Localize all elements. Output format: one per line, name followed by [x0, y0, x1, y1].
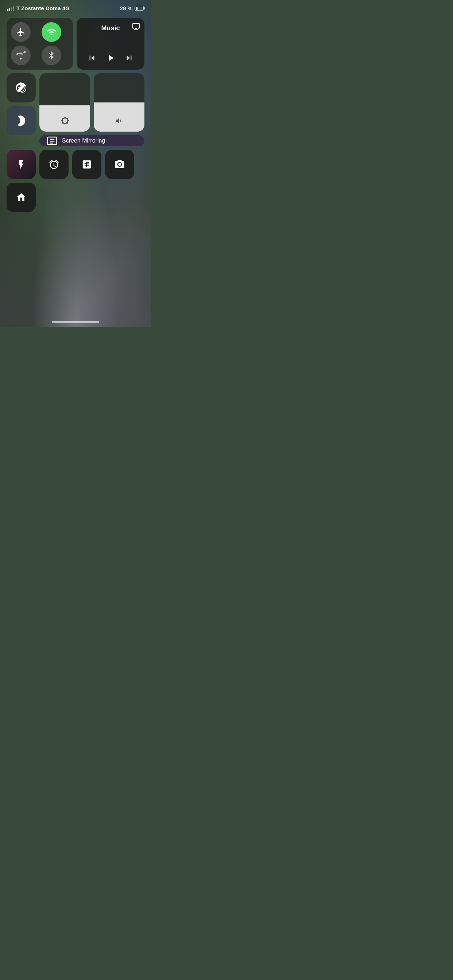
status-left: T Zostante Doma 4G [7, 5, 70, 11]
play-icon [105, 53, 116, 63]
brightness-slider[interactable] [39, 73, 90, 132]
timer-button[interactable] [39, 150, 69, 179]
timer-icon [48, 159, 59, 170]
homekit-icon [16, 192, 27, 203]
homekit-button[interactable] [6, 183, 36, 212]
airplane-mode-button[interactable] [11, 22, 30, 42]
right-sliders-section: Screen Mirroring [39, 73, 144, 146]
music-controls [82, 53, 139, 65]
moon-icon [15, 115, 27, 127]
camera-button[interactable] [105, 150, 134, 179]
no-wifi-button[interactable] [11, 46, 30, 65]
volume-icon [115, 116, 124, 125]
carrier-name: T Zostante Doma 4G [16, 5, 70, 11]
rotate-lock-button[interactable] [6, 73, 36, 102]
brightness-icon-container [61, 116, 69, 127]
music-panel: Music [77, 18, 144, 70]
airplane-icon [16, 27, 26, 37]
wifi-button[interactable] [41, 22, 61, 42]
screen-mirroring-button[interactable]: Screen Mirroring [39, 135, 144, 146]
home-bar [52, 321, 99, 323]
next-track-button[interactable] [124, 53, 134, 64]
calculator-icon [81, 159, 92, 170]
signal-bar-2 [9, 8, 10, 11]
status-right: 28 % [120, 5, 144, 11]
bluetooth-button[interactable] [41, 46, 61, 65]
previous-track-button[interactable] [87, 53, 97, 64]
battery-icon [135, 6, 144, 11]
do-not-disturb-button[interactable] [6, 106, 36, 135]
camera-icon [114, 159, 125, 170]
rotate-lock-icon [15, 82, 27, 94]
flashlight-button[interactable] [6, 150, 36, 179]
airplay-button[interactable] [132, 22, 140, 32]
status-bar: T Zostante Doma 4G 28 % [0, 0, 151, 14]
home-row [6, 183, 144, 212]
control-center: Music [0, 14, 151, 316]
top-row: Music [6, 18, 144, 70]
sliders-row [39, 73, 144, 132]
volume-slider[interactable] [94, 73, 144, 132]
previous-icon [87, 53, 97, 63]
bluetooth-icon [47, 51, 56, 60]
no-wifi-icon [16, 51, 26, 60]
music-app-title: Music [82, 24, 139, 32]
signal-bar-4 [13, 6, 14, 11]
airplay-icon [132, 22, 140, 30]
connectivity-panel [6, 18, 73, 70]
middle-section: Screen Mirroring [6, 73, 144, 146]
screen-mirroring-icon [47, 135, 57, 146]
screen-mirroring-label: Screen Mirroring [62, 137, 105, 144]
left-buttons [6, 73, 36, 146]
calculator-button[interactable] [72, 150, 101, 179]
brightness-icon [61, 116, 69, 125]
signal-bar-1 [7, 9, 8, 11]
signal-bars [7, 6, 14, 11]
wifi-icon [47, 27, 56, 37]
flashlight-icon [16, 159, 27, 170]
volume-icon-container [115, 116, 124, 127]
svg-point-1 [20, 197, 22, 199]
home-indicator [0, 316, 151, 327]
play-button[interactable] [105, 53, 116, 65]
next-icon [124, 53, 134, 63]
bottom-buttons-row [6, 150, 144, 179]
battery-percent: 28 % [120, 5, 132, 11]
signal-bar-3 [11, 7, 12, 11]
